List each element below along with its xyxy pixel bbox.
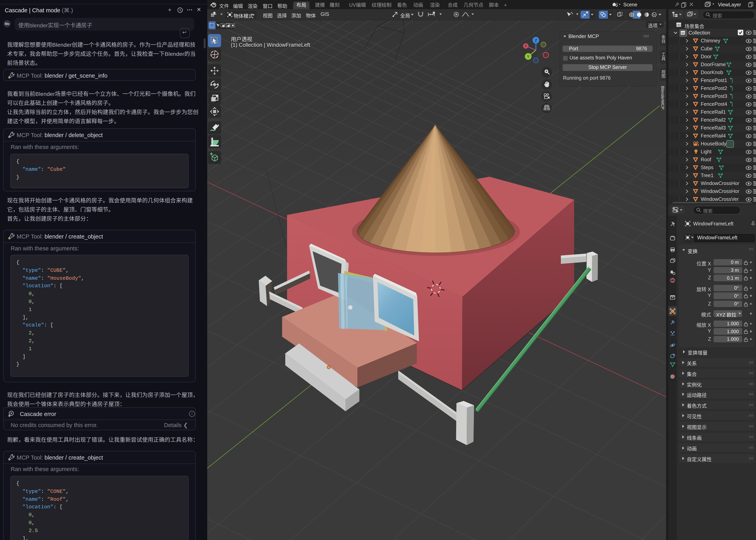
svg-text:X: X <box>525 44 527 48</box>
svg-text:Z: Z <box>535 38 537 42</box>
svg-text:Y: Y <box>527 55 530 59</box>
